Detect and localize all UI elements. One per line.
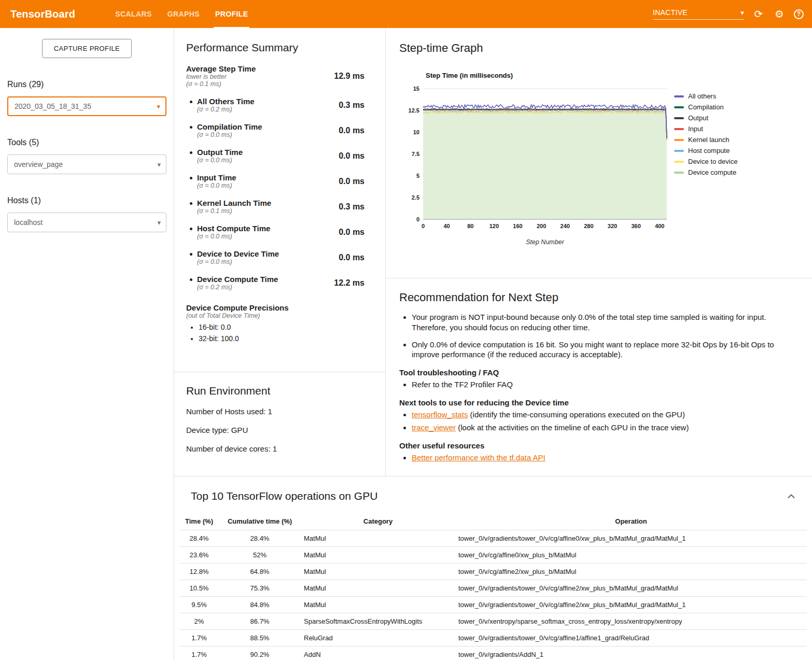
reco-sections: Tool troubleshooting / FAQRefer to the T… [399, 368, 788, 462]
cumulative-cell: 28.4% [219, 530, 301, 547]
reco-link[interactable]: tensorflow_stats [412, 410, 468, 419]
operation-cell: tower_0/v/gradients/AddN_1 [455, 646, 807, 661]
legend-label: Kernel launch [688, 136, 730, 144]
time-cell: 12.8% [179, 564, 219, 580]
tab-scalars[interactable]: SCALARS [107, 0, 159, 28]
bullet-icon [190, 278, 192, 281]
operation-cell: tower_0/v/cg/affine2/xw_plus_b/MatMul [455, 564, 807, 580]
legend-swatch-icon [674, 106, 684, 108]
legend-swatch-icon [674, 128, 684, 130]
reco-link[interactable]: trace_viewer [412, 423, 456, 432]
help-icon[interactable]: ? [794, 9, 804, 19]
table-row: 28.4%28.4%MatMultower_0/v/gradients/towe… [179, 530, 807, 547]
category-cell: SparseSoftmaxCrossEntropyWithLogits [301, 613, 455, 630]
gear-icon[interactable]: ⚙ [773, 9, 786, 19]
legend-item: Kernel launch [674, 134, 737, 145]
table-row: 1.7%90.2%AddNtower_0/v/gradients/AddN_1 [179, 646, 807, 661]
operation-cell: tower_0/v/xentropy/sparse_softmax_cross_… [455, 613, 807, 630]
reco-item: tensorflow_stats (identify the time-cons… [412, 410, 788, 420]
reco-bullet: Only 0.0% of device computation is 16 bi… [412, 340, 788, 360]
legend-label: Compilation [688, 103, 724, 111]
performance-summary-card: Performance Summary Average Step Timelow… [174, 28, 385, 372]
perf-summary-item: Host Compute Time(σ = 0.0 ms)0.0 ms [186, 224, 365, 240]
time-cell: 28.4% [179, 530, 219, 547]
chevron-down-icon: ▾ [157, 103, 160, 110]
perf-item-value: 0.3 ms [339, 101, 365, 110]
collapse-icon[interactable] [787, 494, 795, 499]
perf-summary-item: Input Time(σ = 0.0 ms)0.0 ms [186, 173, 365, 189]
perf-item-label: Input Time [197, 173, 236, 182]
time-cell: 1.7% [179, 630, 219, 646]
svg-text:12.5: 12.5 [409, 107, 419, 114]
recommendation-title: Recommendation for Next Step [399, 291, 788, 304]
legend-item: Device to device [674, 156, 737, 167]
legend-label: All others [688, 92, 716, 100]
operation-cell: tower_0/v/gradients/tower_0/v/cg/affine0… [455, 530, 807, 547]
cumulative-cell: 86.7% [219, 613, 301, 630]
perf-item-sigma: (σ = 0.0 ms) [197, 131, 262, 138]
perf-summary-item: Kernel Launch Time(σ = 0.1 ms)0.3 ms [186, 199, 365, 215]
sidebar: CAPTURE PROFILE Runs (29) 2020_03_05_18_… [0, 28, 174, 661]
reco-item: trace_viewer (look at the activities on … [412, 423, 788, 433]
table-row: 12.8%64.8%MatMultower_0/v/cg/affine2/xw_… [179, 564, 807, 580]
tab-graphs[interactable]: GRAPHS [160, 0, 207, 28]
status-dropdown[interactable]: INACTIVE ▾ [653, 8, 744, 20]
legend-label: Input [688, 125, 703, 133]
refresh-icon[interactable]: ⟳ [752, 9, 765, 19]
step-time-graph-title: Step-time Graph [399, 41, 812, 55]
perf-item-sigma: (σ = 0.0 ms) [197, 182, 236, 189]
reco-section-list: Better performance with the tf.data API [412, 453, 788, 463]
svg-text:80: 80 [467, 223, 473, 229]
svg-text:2.5: 2.5 [412, 194, 419, 201]
reco-item: Better performance with the tf.data API [412, 453, 788, 463]
cumulative-cell: 84.8% [219, 597, 301, 613]
perf-item-label: Device Compute Time [197, 275, 278, 284]
bullet-icon [190, 202, 192, 205]
bullet-icon [190, 253, 192, 256]
reco-link[interactable]: Better performance with the tf.data API [412, 453, 545, 462]
runs-select[interactable]: 2020_03_05_18_31_35 ▾ [7, 96, 166, 116]
precisions-note: (out of Total Device Time) [186, 312, 365, 319]
device-compute-precisions: Device Compute Precisions (out of Total … [186, 303, 365, 344]
perf-item-label: Output Time [197, 148, 243, 157]
runs-label: Runs (29) [7, 80, 166, 89]
precisions-title: Device Compute Precisions [186, 303, 365, 312]
hosts-select-value: localhost [14, 218, 43, 227]
svg-text:200: 200 [537, 223, 546, 229]
table-row: 10.5%75.3%MatMultower_0/v/gradients/towe… [179, 580, 807, 597]
top-ops-section: Top 10 TensorFlow operations on GPU Time… [174, 476, 812, 661]
status-dropdown-value: INACTIVE [653, 8, 688, 17]
precisions-list: 16-bit: 0.0 32-bit: 100.0 [199, 322, 365, 344]
reco-section-list: Refer to the TF2 Profiler FAQ [412, 379, 788, 390]
svg-text:320: 320 [608, 223, 617, 229]
capture-profile-button[interactable]: CAPTURE PROFILE [42, 39, 132, 58]
perf-item-label: Kernel Launch Time [197, 199, 271, 207]
reco-bullet: Your program is NOT input-bound because … [412, 312, 788, 333]
reco-section-heading: Other useful resources [399, 441, 788, 450]
device-type-line: Device type: GPU [186, 426, 373, 434]
perf-item-value: 0.0 ms [339, 126, 365, 135]
legend-item: Compilation [674, 102, 737, 112]
legend-swatch-icon [674, 95, 684, 97]
chart-area: 02.557.51012.515040801201602002402803203… [399, 83, 812, 247]
perf-item-label: Device to Device Time [197, 249, 279, 258]
cumulative-cell: 88.5% [219, 630, 301, 646]
column-header: Cumulative time (%) [219, 513, 301, 530]
app-header: TensorBoard SCALARSGRAPHSPROFILE INACTIV… [0, 0, 812, 28]
legend-item: Device compute [674, 167, 737, 178]
perf-summary-item: Compilation Time(σ = 0.0 ms)0.0 ms [186, 122, 365, 138]
perf-item-sigma: (σ = 0.1 ms) [186, 80, 256, 88]
cumulative-cell: 90.2% [219, 646, 301, 661]
hosts-select[interactable]: localhost ▾ [7, 213, 166, 232]
time-cell: 1.7% [179, 646, 219, 661]
operation-cell: tower_0/v/gradients/tower_0/v/cg/affine2… [455, 580, 807, 597]
step-time-graph-card: Step-time Graph Step Time (in millisecon… [386, 28, 812, 278]
column-header: Operation [455, 513, 807, 530]
table-row: 23.6%52%MatMultower_0/v/cg/affine0/xw_pl… [179, 547, 807, 564]
chart-title: Step Time (in milliseconds) [426, 72, 812, 79]
tools-select-value: overview_page [14, 160, 63, 168]
tools-select[interactable]: overview_page ▾ [7, 154, 166, 174]
perf-item-sigma: (σ = 0.2 ms) [197, 284, 278, 291]
tab-profile[interactable]: PROFILE [207, 0, 256, 28]
runs-select-value: 2020_03_05_18_31_35 [15, 102, 91, 110]
